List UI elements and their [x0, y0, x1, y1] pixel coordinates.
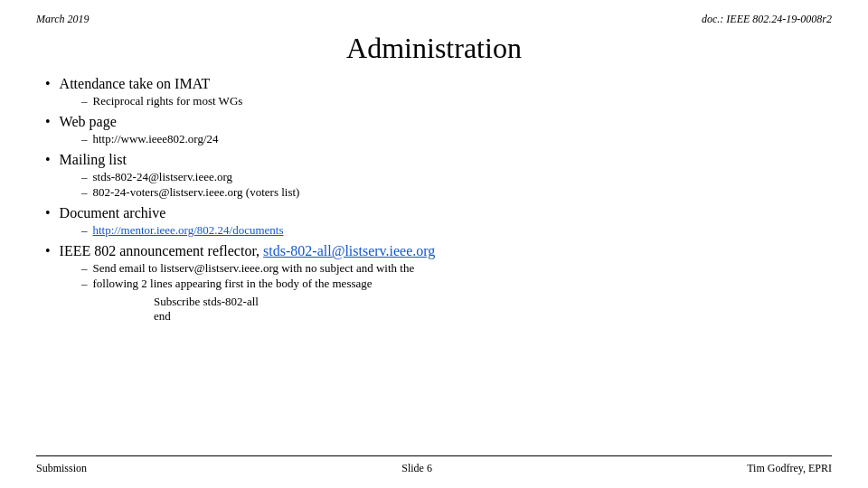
bullet-attendance-main: • Attendance take on IMAT — [45, 76, 823, 92]
sub-item: – Reciprocal rights for most WGs — [81, 94, 823, 108]
bullet-attendance-text: Attendance take on IMAT — [60, 76, 211, 92]
bullet-dot-4: • — [45, 205, 51, 221]
sub-webpage-1: http://www.ieee802.org/24 — [93, 132, 219, 146]
bullet-dot-3: • — [45, 152, 51, 168]
announce-prefix: IEEE 802 announcement reflector, — [60, 243, 263, 259]
bullet-announce-subs: – Send email to listserv@listserv.ieee.o… — [45, 261, 823, 291]
footer-right: Tim Godfrey, EPRI — [747, 462, 832, 475]
bullet-docarchive: • Document archive – http://mentor.ieee.… — [45, 205, 823, 238]
bullet-attendance-subs: – Reciprocal rights for most WGs — [45, 94, 823, 108]
sub-item: – 802-24-voters@listserv.ieee.org (voter… — [81, 185, 823, 200]
docarchive-link[interactable]: http://mentor.ieee.org/802.24/documents — [93, 223, 284, 238]
sub-item: – following 2 lines appearing first in t… — [81, 277, 823, 291]
content: • Attendance take on IMAT – Reciprocal r… — [36, 76, 832, 455]
header-doc: doc.: IEEE 802.24-19-0008r2 — [702, 13, 832, 26]
header-date: March 2019 — [36, 13, 90, 26]
header: March 2019 doc.: IEEE 802.24-19-0008r2 — [36, 13, 832, 26]
subscribe-line2: end — [154, 309, 823, 324]
announce-link[interactable]: stds-802-all@listserv.ieee.org — [263, 243, 435, 259]
subscribe-block: Subscribe stds-802-all end — [45, 295, 823, 324]
footer: Submission Slide 6 Tim Godfrey, EPRI — [36, 455, 832, 475]
bullet-announce-main: • IEEE 802 announcement reflector, stds-… — [45, 243, 823, 259]
bullet-attendance: • Attendance take on IMAT – Reciprocal r… — [45, 76, 823, 108]
bullet-mailing-subs: – stds-802-24@listserv.ieee.org – 802-24… — [45, 170, 823, 200]
sub-mailing-1: stds-802-24@listserv.ieee.org — [93, 170, 233, 184]
sub-mailing-2: 802-24-voters@listserv.ieee.org (voters … — [93, 185, 300, 200]
footer-center: Slide 6 — [401, 462, 432, 475]
bullet-webpage-main: • Web page — [45, 114, 823, 130]
bullet-mailing-text: Mailing list — [60, 152, 127, 168]
announce-sub2: following 2 lines appearing first in the… — [93, 277, 373, 291]
bullet-dot-2: • — [45, 114, 51, 130]
announce-sub1: Send email to listserv@listserv.ieee.org… — [93, 261, 415, 276]
bullet-mailing: • Mailing list – stds-802-24@listserv.ie… — [45, 152, 823, 200]
page-title: Administration — [346, 32, 522, 64]
bullet-docarchive-main: • Document archive — [45, 205, 823, 221]
sub-attendance-1: Reciprocal rights for most WGs — [93, 94, 243, 108]
subscribe-line1: Subscribe stds-802-all — [154, 295, 823, 309]
bullet-webpage: • Web page – http://www.ieee802.org/24 — [45, 114, 823, 146]
title-section: Administration — [36, 32, 832, 65]
bullet-dot-5: • — [45, 243, 51, 259]
bullet-dot-1: • — [45, 76, 51, 92]
bullet-docarchive-subs: – http://mentor.ieee.org/802.24/document… — [45, 223, 823, 238]
sub-item: – http://mentor.ieee.org/802.24/document… — [81, 223, 823, 238]
bullet-docarchive-text: Document archive — [60, 205, 166, 221]
footer-left: Submission — [36, 462, 87, 475]
sub-item: – http://www.ieee802.org/24 — [81, 132, 823, 146]
sub-item: – stds-802-24@listserv.ieee.org — [81, 170, 823, 184]
bullet-announce: • IEEE 802 announcement reflector, stds-… — [45, 243, 823, 324]
bullet-webpage-subs: – http://www.ieee802.org/24 — [45, 132, 823, 146]
bullet-webpage-text: Web page — [60, 114, 117, 130]
sub-item: – Send email to listserv@listserv.ieee.o… — [81, 261, 823, 276]
page: March 2019 doc.: IEEE 802.24-19-0008r2 A… — [0, 0, 868, 488]
bullet-mailing-main: • Mailing list — [45, 152, 823, 168]
